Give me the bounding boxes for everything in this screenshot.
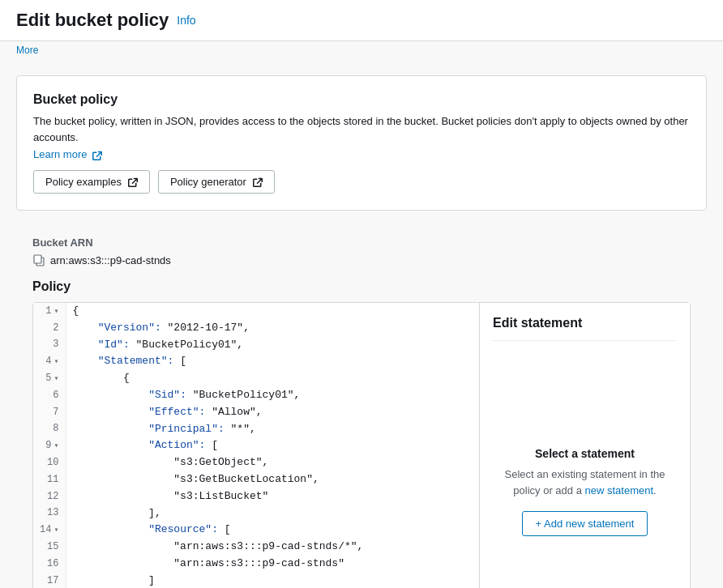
code-line-6: 6 "Sid": "BucketPolicy01", xyxy=(33,387,479,404)
new-statement-link[interactable]: new statement xyxy=(585,484,654,496)
code-content-15: "arn:aws:s3:::p9-cad-stnds/*", xyxy=(66,539,479,556)
code-table: 1▾{2 "Version": "2012-10-17",3 "Id": "Bu… xyxy=(33,303,479,588)
code-content-4: "Statement": [ xyxy=(66,353,479,370)
line-number-13: 13 xyxy=(33,505,66,522)
arn-label: Bucket ARN xyxy=(32,236,691,249)
code-line-7: 7 "Effect": "Allow", xyxy=(33,404,479,421)
code-content-9: "Action": [ xyxy=(66,437,479,454)
bucket-policy-title: Bucket policy xyxy=(33,92,690,107)
learn-more-row: Learn more xyxy=(33,148,690,160)
code-content-12: "s3:ListBucket" xyxy=(66,488,479,505)
line-number-2: 2 xyxy=(33,320,66,337)
code-line-4: 4▾ "Statement": [ xyxy=(33,353,479,370)
line-number-7: 7 xyxy=(33,404,66,421)
policy-generator-external-icon xyxy=(253,177,263,187)
policy-section: Policy 1▾{2 "Version": "2012-10-17",3 "I… xyxy=(16,279,707,588)
add-new-statement-button[interactable]: + Add new statement xyxy=(522,511,648,536)
policy-editor-container: 1▾{2 "Version": "2012-10-17",3 "Id": "Bu… xyxy=(32,302,691,588)
page-header: Edit bucket policy Info xyxy=(0,0,723,41)
policy-examples-label: Policy examples xyxy=(45,176,122,188)
code-content-14: "Resource": [ xyxy=(66,522,479,539)
breadcrumb-more[interactable]: More xyxy=(0,41,723,59)
policy-section-title: Policy xyxy=(32,279,691,294)
code-line-17: 17 ] xyxy=(33,573,479,588)
code-content-8: "Principal": "*", xyxy=(66,421,479,438)
line-number-4: 4▾ xyxy=(33,353,66,370)
code-editor[interactable]: 1▾{2 "Version": "2012-10-17",3 "Id": "Bu… xyxy=(33,303,479,588)
line-number-5: 5▾ xyxy=(33,370,66,387)
code-content-10: "s3:GetObject", xyxy=(66,454,479,471)
line-number-8: 8 xyxy=(33,421,66,438)
line-number-17: 17 xyxy=(33,573,66,588)
select-statement-container: Select a statement Select an existing st… xyxy=(493,357,677,588)
policy-buttons-row: Policy examples Policy generator xyxy=(33,170,690,194)
line-number-12: 12 xyxy=(33,488,66,505)
code-line-12: 12 "s3:ListBucket" xyxy=(33,488,479,505)
line-number-11: 11 xyxy=(33,471,66,488)
line-number-3: 3 xyxy=(33,337,66,354)
fold-arrow-4[interactable]: ▾ xyxy=(53,356,58,369)
line-number-1: 1▾ xyxy=(33,303,66,320)
code-content-6: "Sid": "BucketPolicy01", xyxy=(66,387,479,404)
learn-more-link[interactable]: Learn more xyxy=(33,148,87,160)
external-link-icon xyxy=(92,151,102,160)
code-line-3: 3 "Id": "BucketPolicy01", xyxy=(33,337,479,354)
fold-arrow-9[interactable]: ▾ xyxy=(53,440,58,453)
arn-value-row: arn:aws:s3:::p9-cad-stnds xyxy=(32,254,691,266)
code-line-11: 11 "s3:GetBucketLocation", xyxy=(33,471,479,488)
code-line-10: 10 "s3:GetObject", xyxy=(33,454,479,471)
code-line-9: 9▾ "Action": [ xyxy=(33,437,479,454)
policy-examples-button[interactable]: Policy examples xyxy=(33,170,150,194)
fold-arrow-5[interactable]: ▾ xyxy=(53,373,58,386)
code-line-14: 14▾ "Resource": [ xyxy=(33,522,479,539)
code-content-2: "Version": "2012-10-17", xyxy=(66,320,479,337)
code-line-1: 1▾{ xyxy=(33,303,479,320)
line-number-10: 10 xyxy=(33,454,66,471)
arn-section: Bucket ARN arn:aws:s3:::p9-cad-stnds xyxy=(16,224,707,279)
code-line-15: 15 "arn:aws:s3:::p9-cad-stnds/*", xyxy=(33,539,479,556)
code-line-5: 5▾ { xyxy=(33,370,479,387)
policy-generator-label: Policy generator xyxy=(170,176,246,188)
info-link[interactable]: Info xyxy=(177,14,195,27)
line-number-6: 6 xyxy=(33,387,66,404)
line-number-16: 16 xyxy=(33,556,66,573)
code-content-13: ], xyxy=(66,505,479,522)
policy-examples-external-icon xyxy=(128,177,138,187)
line-number-14: 14▾ xyxy=(33,522,66,539)
edit-statement-title: Edit statement xyxy=(493,316,677,341)
bucket-policy-description: The bucket policy, written in JSON, prov… xyxy=(33,113,690,145)
code-content-17: ] xyxy=(66,573,479,588)
code-line-2: 2 "Version": "2012-10-17", xyxy=(33,320,479,337)
edit-statement-panel: Edit statement Select a statement Select… xyxy=(479,303,690,588)
code-content-7: "Effect": "Allow", xyxy=(66,404,479,421)
select-statement-title: Select a statement xyxy=(535,447,635,460)
select-statement-desc: Select an existing statement in the poli… xyxy=(493,467,677,498)
code-content-1: { xyxy=(66,303,479,320)
arn-value: arn:aws:s3:::p9-cad-stnds xyxy=(50,254,171,266)
code-content-11: "s3:GetBucketLocation", xyxy=(66,471,479,488)
copy-icon[interactable] xyxy=(32,254,45,266)
code-line-8: 8 "Principal": "*", xyxy=(33,421,479,438)
code-content-5: { xyxy=(66,370,479,387)
code-content-3: "Id": "BucketPolicy01", xyxy=(66,337,479,354)
svg-rect-1 xyxy=(34,255,41,263)
code-line-13: 13 ], xyxy=(33,505,479,522)
policy-generator-button[interactable]: Policy generator xyxy=(158,170,275,194)
code-line-16: 16 "arn:aws:s3:::p9-cad-stnds" xyxy=(33,556,479,573)
line-number-9: 9▾ xyxy=(33,437,66,454)
code-content-16: "arn:aws:s3:::p9-cad-stnds" xyxy=(66,556,479,573)
line-number-15: 15 xyxy=(33,539,66,556)
fold-arrow-1[interactable]: ▾ xyxy=(53,305,58,318)
page-title: Edit bucket policy xyxy=(16,10,169,31)
bucket-policy-card: Bucket policy The bucket policy, written… xyxy=(16,75,707,211)
fold-arrow-14[interactable]: ▾ xyxy=(53,524,58,537)
